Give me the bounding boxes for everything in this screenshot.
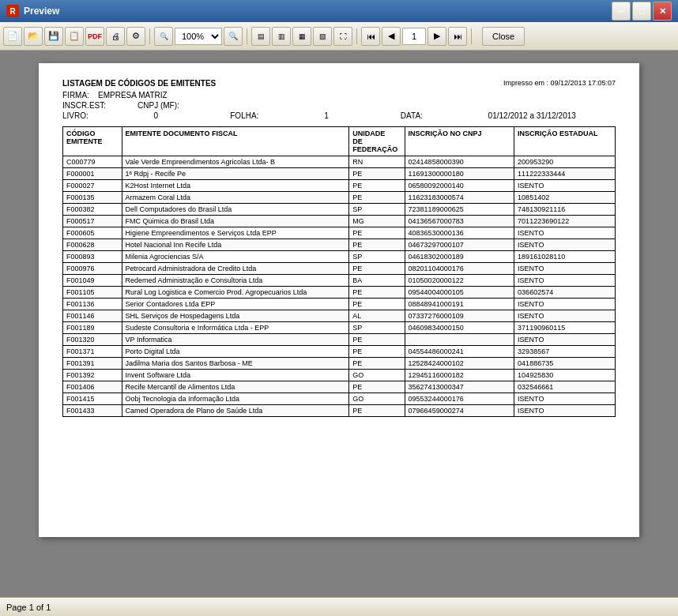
table-cell: 09544004000105 — [405, 287, 514, 299]
table-cell: F001391 — [63, 358, 122, 370]
table-cell: BA — [349, 275, 405, 287]
table-cell: RN — [349, 156, 405, 168]
save-as-button[interactable]: 📋 — [65, 27, 84, 46]
table-cell: F000135 — [63, 192, 122, 204]
table-cell: 748130921116 — [514, 204, 616, 216]
table-row: F000628Hotel Nacional Inn Recife LtdaPE0… — [63, 239, 616, 251]
table-row: F000382Dell Computadores do Brasil LtdaS… — [63, 204, 616, 216]
next-page-button[interactable]: ▶ — [428, 27, 446, 46]
table-cell: FMC Quimica do Brasil Ltda — [122, 216, 349, 227]
new-button[interactable]: 📄 — [3, 27, 22, 46]
table-cell: ISENTO — [514, 180, 616, 192]
table-cell: 12528424000102 — [405, 358, 514, 370]
livro-value: 0 — [154, 111, 159, 120]
table-cell: F001146 — [63, 310, 122, 322]
table-cell: Porto Digital Ltda — [122, 346, 349, 358]
table-header-row: CÓDIGOEMITENTE EMITENTE DOCUMENTO FISCAL… — [63, 127, 616, 156]
first-page-button[interactable]: ⏮ — [361, 27, 380, 46]
table-cell: 09553244000176 — [405, 393, 514, 405]
table-cell: SP — [349, 251, 405, 263]
table-cell: ISENTO — [514, 299, 616, 310]
table-cell: ISENTO — [514, 239, 616, 251]
table-row: F001136Serior Contadores Ltda EPPPE08848… — [63, 299, 616, 310]
firma-label: FIRMA: — [62, 91, 89, 100]
table-cell: Hotel Nacional Inn Recife Ltda — [122, 239, 349, 251]
table-row: F001392Invent Software LtdaGO12945116000… — [63, 370, 616, 381]
options-button[interactable]: ⚙ — [126, 27, 145, 46]
table-cell: ISENTO — [514, 227, 616, 239]
pdf-button[interactable]: PDF — [85, 27, 104, 46]
table-cell: GO — [349, 393, 405, 405]
table-cell: 32938567 — [514, 346, 616, 358]
facing-button[interactable]: ▧ — [313, 27, 332, 46]
table-cell: ISENTO — [514, 405, 616, 417]
table-cell: 01050020000122 — [405, 275, 514, 287]
zoom-select[interactable]: 100% — [175, 28, 222, 45]
th-unidade: UNIDADEDEFEDERAÇÃO — [349, 127, 405, 156]
table-row: F000976Petrocard Administradora de Credi… — [63, 263, 616, 275]
table-cell: K2Host Internet Ltda — [122, 180, 349, 192]
table-cell: 40836530000136 — [405, 227, 514, 239]
table-cell: 02414858000390 — [405, 156, 514, 168]
report-date: Impresso em : 09/12/2013 17:05:07 — [503, 79, 616, 88]
th-estadual: INSCRIÇÃO ESTADUAL — [514, 127, 616, 156]
full-screen-button[interactable]: ⛶ — [333, 27, 352, 46]
table-cell: ISENTO — [514, 263, 616, 275]
table-cell: PE — [349, 263, 405, 275]
table-cell: PE — [349, 287, 405, 299]
table-cell: 04618302000189 — [405, 251, 514, 263]
table-row: F000605Higiene Empreendimentos e Serviço… — [63, 227, 616, 239]
table-cell: 10851402 — [514, 192, 616, 204]
table-cell: F000027 — [63, 180, 122, 192]
table-cell: Vale Verde Empreendimentos Agricolas Ltd… — [122, 156, 349, 168]
report-table: CÓDIGOEMITENTE EMITENTE DOCUMENTO FISCAL… — [62, 126, 616, 417]
zoom-in-icon[interactable]: 🔍 — [224, 27, 243, 46]
zoom-out-icon[interactable]: 🔍 — [154, 27, 173, 46]
table-row: F0000011ª Rdpj - Recife PePE116913000001… — [63, 168, 616, 180]
table-cell: PE — [349, 381, 405, 393]
table-cell: F001189 — [63, 322, 122, 334]
table-row: F001371Porto Digital LtdaPE0455448600024… — [63, 346, 616, 358]
open-button[interactable]: 📂 — [24, 27, 43, 46]
document-page: LISTAGEM DE CÓDIGOS DE EMITENTES Impress… — [39, 63, 639, 537]
table-cell: 111222333444 — [514, 168, 616, 180]
window-close-button[interactable]: ✕ — [653, 2, 672, 21]
table-cell: F001371 — [63, 346, 122, 358]
table-cell: SHL Serviços de Hospedagens Ltda — [122, 310, 349, 322]
two-page-button[interactable]: ▥ — [272, 27, 291, 46]
table-cell: 041886735 — [514, 358, 616, 370]
preview-area[interactable]: LISTAGEM DE CÓDIGOS DE EMITENTES Impress… — [0, 51, 678, 597]
maximize-button[interactable]: □ — [632, 2, 651, 21]
minimize-button[interactable]: − — [612, 2, 631, 21]
table-row: F000135Armazem Coral LtdaPE1162318300057… — [63, 192, 616, 204]
table-cell: 08201104000176 — [405, 263, 514, 275]
report-inscr-line: INSCR.EST: CNPJ (MF): — [62, 101, 616, 110]
table-cell: 12945116000182 — [405, 370, 514, 381]
table-cell: 200953290 — [514, 156, 616, 168]
table-cell: PE — [349, 358, 405, 370]
table-cell: 07337276000109 — [405, 310, 514, 322]
page-number-input[interactable] — [402, 28, 426, 45]
table-cell: F000001 — [63, 168, 122, 180]
folha-label: FOLHA: — [230, 111, 258, 120]
table-cell: 72381189000625 — [405, 204, 514, 216]
separator4 — [471, 28, 472, 44]
table-row: F001320VP InformaticaPEISENTO — [63, 334, 616, 346]
window-title: Preview — [24, 6, 612, 17]
table-cell: F001105 — [63, 287, 122, 299]
table-cell: ISENTO — [514, 393, 616, 405]
table-cell: Invent Software Ltda — [122, 370, 349, 381]
save-button[interactable]: 💾 — [44, 27, 63, 46]
table-cell: PE — [349, 180, 405, 192]
print-button[interactable]: 🖨 — [106, 27, 125, 46]
table-cell: Redemed Administração e Consultoria Ltda — [122, 275, 349, 287]
table-cell: PE — [349, 405, 405, 417]
continuous-button[interactable]: ▦ — [292, 27, 311, 46]
prev-page-button[interactable]: ◀ — [382, 27, 401, 46]
table-cell: Jadilma Maria dos Santos Barbosa - ME — [122, 358, 349, 370]
close-report-button[interactable]: Close — [482, 27, 525, 46]
last-page-button[interactable]: ⏭ — [448, 27, 467, 46]
single-page-button[interactable]: ▤ — [251, 27, 270, 46]
table-cell: F000976 — [63, 263, 122, 275]
table-cell: F001406 — [63, 381, 122, 393]
